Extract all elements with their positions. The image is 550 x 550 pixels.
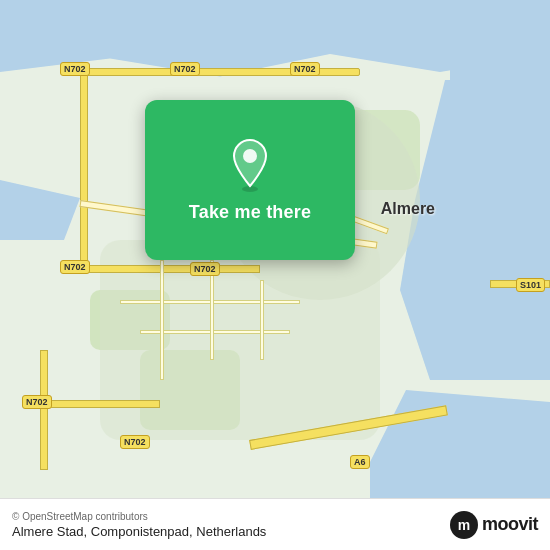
take-me-there-label: Take me there — [189, 202, 311, 223]
road-grid5 — [260, 280, 264, 360]
bottom-bar: © OpenStreetMap contributors Almere Stad… — [0, 498, 550, 550]
svg-point-1 — [243, 149, 257, 163]
road-label-s101: S101 — [516, 278, 545, 292]
road-label-n702-bottom: N702 — [190, 262, 220, 276]
road-label-n702-top2: N702 — [170, 62, 200, 76]
moovit-icon: m — [450, 511, 478, 539]
road-n702-bl2 — [40, 400, 160, 408]
location-pin-icon — [228, 138, 272, 192]
moovit-brand-text: moovit — [482, 514, 538, 535]
road-n702-left — [80, 68, 88, 268]
take-me-there-button[interactable]: Take me there — [145, 100, 355, 260]
road-label-n702-bl: N702 — [22, 395, 52, 409]
water-bottom-right — [370, 390, 550, 510]
road-label-n702-top3: N702 — [60, 62, 90, 76]
road-n702-bottom — [80, 265, 260, 273]
map-container: N702 N702 N702 N702 N702 N702 N702 A6 S1… — [0, 0, 550, 550]
road-label-n702-left: N702 — [60, 260, 90, 274]
road-label-n702-bl2: N702 — [120, 435, 150, 449]
city-label: Almere — [381, 200, 435, 218]
road-label-a6: A6 — [350, 455, 370, 469]
moovit-logo: m moovit — [450, 511, 538, 539]
road-label-n702-top: N702 — [290, 62, 320, 76]
road-n702-bl — [40, 350, 48, 470]
road-grid3 — [160, 260, 164, 380]
bottom-info: © OpenStreetMap contributors Almere Stad… — [12, 511, 266, 539]
location-name: Almere Stad, Componistenpad, Netherlands — [12, 524, 266, 539]
osm-credit: © OpenStreetMap contributors — [12, 511, 266, 522]
